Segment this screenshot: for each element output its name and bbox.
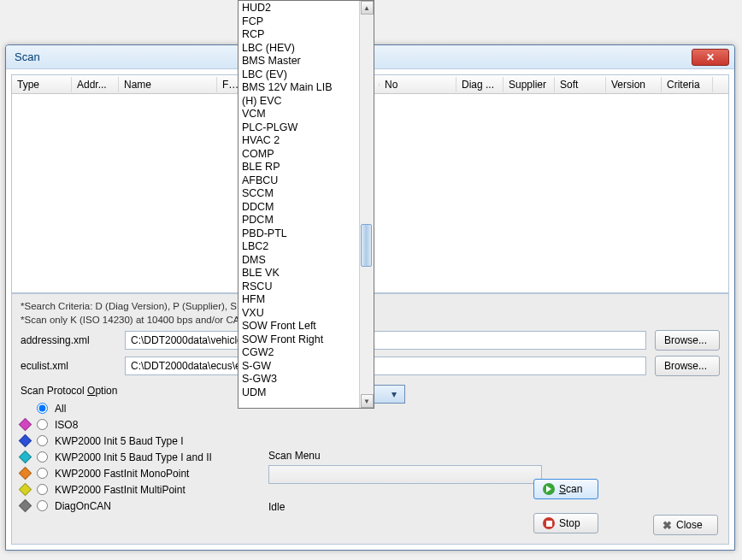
protocol-radio[interactable] [37, 435, 48, 446]
dropdown-item[interactable]: LBC2 [240, 240, 357, 254]
dropdown-item[interactable]: LBC (EV) [240, 68, 357, 82]
dropdown-list[interactable]: HUD2FCPRCPLBC (HEV)BMS MasterLBC (EV)BMS… [238, 0, 374, 409]
dropdown-item[interactable]: VXU [240, 307, 357, 321]
scroll-down-button[interactable]: ▼ [361, 394, 374, 408]
close-icon: ✕ [706, 51, 715, 63]
protocol-label: ISO8 [55, 419, 78, 431]
protocol-radio[interactable] [37, 419, 48, 430]
dropdown-item[interactable]: HFM [240, 293, 357, 307]
stop-button[interactable]: Stop [533, 513, 598, 533]
protocol-radio[interactable] [37, 468, 48, 479]
column-header[interactable]: Type [12, 77, 72, 92]
dropdown-item[interactable]: RSCU [240, 280, 357, 294]
protocol-radio[interactable] [37, 500, 48, 511]
protocol-left: Scan Protocol Option AllISO8KWP2000 Init… [21, 385, 243, 514]
dropdown-item[interactable]: UDM [240, 386, 357, 400]
protocol-option[interactable]: DiagOnCAN [21, 498, 243, 514]
eculist-label: eculist.xml [21, 360, 116, 372]
diamond-icon [19, 418, 32, 432]
scroll-up-button[interactable]: ▲ [361, 1, 374, 15]
protocol-label: KWP2000 FastInit MonoPoint [55, 468, 189, 480]
x-icon: ✖ [662, 519, 672, 532]
protocol-radio[interactable] [37, 484, 48, 495]
column-header[interactable]: Supplier [504, 77, 555, 92]
protocol-option[interactable]: KWP2000 FastInit MonoPoint [21, 465, 243, 481]
dropdown-item[interactable]: LBC (HEV) [240, 42, 357, 56]
browse-addressing-button[interactable]: Browse... [655, 330, 720, 351]
dropdown-item[interactable]: COMP [240, 148, 357, 162]
dropdown-item[interactable]: CGW2 [240, 346, 357, 360]
diamond-icon [19, 483, 32, 497]
dropdown-item[interactable]: (H) EVC [240, 95, 357, 109]
addressing-input[interactable] [125, 331, 646, 350]
protocol-label: KWP2000 FastInit MultiPoint [55, 484, 186, 496]
protocol-label: KWP2000 Init 5 Baud Type I [55, 435, 184, 447]
scan-menu-label: Scan Menu [268, 450, 720, 462]
dropdown-item[interactable]: BMS Master [240, 55, 357, 68]
dropdown-item[interactable]: SCCM [240, 187, 357, 201]
protocol-option[interactable]: KWP2000 Init 5 Baud Type I [21, 433, 243, 449]
protocol-option[interactable]: KWP2000 Init 5 Baud Type I and II [21, 449, 243, 465]
dropdown-item[interactable]: PBD-PTL [240, 227, 357, 241]
diamond-icon [19, 434, 32, 448]
close-button[interactable]: ✖ Close [653, 515, 718, 535]
dropdown-item[interactable]: DDCM [240, 201, 357, 215]
status-text: Idle [268, 501, 720, 513]
stop-icon [543, 517, 555, 529]
dropdown-item[interactable]: VCM [240, 108, 357, 121]
dropdown-item[interactable]: BLE RP [240, 161, 357, 174]
window-close-button[interactable]: ✕ [692, 49, 729, 66]
protocol-label: DiagOnCAN [55, 500, 111, 512]
dropdown-item[interactable]: S-GW [240, 360, 357, 374]
dropdown-item[interactable]: SOW Front Right [240, 333, 357, 347]
protocol-radio[interactable] [37, 451, 48, 463]
chevron-down-icon: ▾ [387, 388, 401, 400]
dropdown-item[interactable]: BLE VK [240, 267, 357, 280]
dropdown-item[interactable]: RCP [240, 28, 357, 42]
dropdown-item[interactable]: FCP [240, 15, 357, 29]
dropdown-item[interactable]: S-GW3 [240, 373, 357, 386]
protocol-radio[interactable] [37, 403, 48, 414]
scan-progress [268, 465, 542, 484]
protocol-label: KWP2000 Init 5 Baud Type I and II [55, 451, 212, 463]
eculist-input[interactable] [125, 357, 646, 375]
dropdown-item[interactable]: DMS [240, 254, 357, 268]
protocol-label: All [55, 403, 66, 415]
protocol-section-title: Scan Protocol Option [21, 385, 243, 397]
scroll-thumb[interactable] [361, 224, 372, 267]
column-header[interactable]: Name [119, 77, 217, 92]
protocol-option[interactable]: All [21, 400, 243, 416]
dropdown-item[interactable]: SOW Front Left [240, 320, 357, 333]
column-header[interactable]: Version [606, 77, 662, 92]
diamond-icon [19, 499, 32, 513]
protocol-option[interactable]: ISO8 [21, 416, 243, 433]
column-header[interactable]: Addr... [72, 77, 119, 92]
column-header[interactable]: Criteria [662, 77, 713, 92]
scan-button[interactable]: Scan [533, 479, 598, 499]
dropdown-item[interactable]: PLC-PLGW [240, 121, 357, 135]
dropdown-item[interactable]: AFBCU [240, 174, 357, 188]
column-header[interactable]: Diag ... [456, 77, 504, 92]
column-header[interactable]: Soft [555, 77, 606, 92]
protocol-option[interactable]: KWP2000 FastInit MultiPoint [21, 481, 243, 498]
browse-eculist-button[interactable]: Browse... [655, 356, 720, 376]
dropdown-item[interactable]: HUD2 [240, 2, 357, 15]
dropdown-item[interactable]: PDCM [240, 214, 357, 227]
scroll-track[interactable] [360, 15, 374, 394]
play-icon [543, 483, 555, 495]
diamond-icon [19, 467, 32, 480]
diamond-icon [19, 451, 32, 464]
addressing-label: addressing.xml [21, 334, 116, 346]
column-header[interactable]: No [380, 77, 456, 92]
dropdown-item[interactable]: BMS 12V Main LIB [240, 81, 357, 95]
dropdown-item[interactable]: HVAC 2 [240, 134, 357, 148]
dropdown-scrollbar[interactable]: ▲ ▼ [359, 1, 374, 408]
